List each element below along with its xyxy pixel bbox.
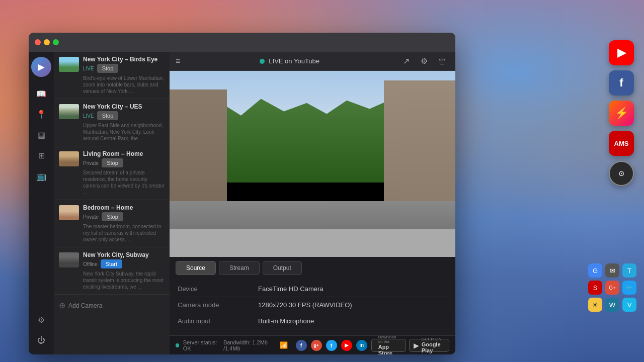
video-scene xyxy=(170,71,455,257)
dock-thunder[interactable]: ⚡ xyxy=(609,101,634,126)
live-indicator-dot xyxy=(260,59,265,64)
br-icon-vimeo[interactable]: V xyxy=(622,298,636,312)
tab-source[interactable]: Source xyxy=(176,261,216,275)
device-row: Device FaceTime HD Camera xyxy=(178,281,447,297)
server-status-dot xyxy=(176,343,179,347)
tabs-area: Source Stream Output xyxy=(170,257,455,275)
bandwidth-text: Bandwidth: 1.2Mb /1.4Mb xyxy=(223,339,276,351)
video-buildings-right xyxy=(384,80,455,220)
googleplay-text: GET IT ON Google Play xyxy=(422,337,445,353)
appstore-small-text: Download on the xyxy=(378,335,401,344)
social-icons-bar: f g+ t ▶ in xyxy=(296,340,367,351)
social-facebook[interactable]: f xyxy=(296,340,307,351)
br-icon-chat[interactable]: ✉ xyxy=(605,263,619,278)
br-icon-sun[interactable]: ☀ xyxy=(588,298,602,312)
camera-item-nyc-birds[interactable]: New York City – Birds Eye LIVE Stop Bird… xyxy=(54,52,170,99)
sidebar-icon-grid[interactable]: ⊞ xyxy=(32,146,50,164)
appstore-badge[interactable]: Download on the App Store xyxy=(371,339,406,352)
settings-icon: ⚙ xyxy=(421,56,428,66)
sidebar-icon-location[interactable]: 📍 xyxy=(32,105,50,123)
video-buildings-left xyxy=(170,89,227,220)
br-icon-s[interactable]: S xyxy=(588,281,602,295)
settings-button[interactable]: ⚙ xyxy=(417,54,431,68)
minimize-button[interactable] xyxy=(44,39,50,45)
camera-header-nyc-ues: New York City – UES LIVE Stop xyxy=(59,103,165,120)
tab-output[interactable]: Output xyxy=(263,261,302,275)
status-label-bedroom: Private xyxy=(83,214,99,220)
store-badges: Download on the App Store ▶ GET IT ON Go… xyxy=(371,339,449,352)
header-left: ≡ xyxy=(176,57,180,66)
device-label: Device xyxy=(178,285,258,293)
server-status-label: Server status: OK xyxy=(183,339,219,351)
delete-button[interactable]: 🗑 xyxy=(435,54,449,68)
camera-desc-nyc-subway: New York City Subway, the rapid transit … xyxy=(59,270,165,290)
add-camera-plus-icon: ⊕ xyxy=(59,301,65,310)
camera-thumb-nyc-subway xyxy=(59,252,79,267)
device-value: FaceTime HD Camera xyxy=(258,285,324,293)
camera-status-bedroom: Private Stop xyxy=(83,212,165,221)
camera-desc-living-room: Secured stream of a private residence, t… xyxy=(59,169,165,196)
close-button[interactable] xyxy=(35,39,41,45)
tab-stream[interactable]: Stream xyxy=(219,261,260,275)
camera-item-nyc-ues[interactable]: New York City – UES LIVE Stop Upper East… xyxy=(54,99,170,146)
dock-youtube[interactable]: ▶ xyxy=(609,40,634,65)
camera-info-living-room: Living Room – Home Private Stop xyxy=(83,150,165,167)
camera-name-nyc-ues: New York City – UES xyxy=(83,103,165,110)
camera-status-nyc-subway: Offline Start xyxy=(83,259,165,268)
status-bar: Server status: OK Bandwidth: 1.2Mb /1.4M… xyxy=(170,335,455,354)
start-button-nyc-subway[interactable]: Start xyxy=(101,259,122,268)
social-googleplus[interactable]: g+ xyxy=(311,340,322,351)
br-icon-twitter[interactable]: 🐦 xyxy=(622,281,636,295)
br-icon-g[interactable]: G xyxy=(588,263,602,278)
camera-name-nyc-subway: New York City, Subway xyxy=(83,251,165,258)
camera-desc-bedroom: The master bedroom, connected to my list… xyxy=(59,223,165,243)
camera-mode-row: Camera mode 644x362 30 FPS (RAWVIDEO) xyxy=(178,297,447,313)
stream-header: ≡ LIVE on YouTube ↗ ⚙ 🗑 xyxy=(170,52,455,71)
camera-desc-nyc-ues: Upper East Side and neighborhood, Manhat… xyxy=(59,122,165,142)
social-linkedin[interactable]: in xyxy=(356,340,367,351)
br-icon-wp[interactable]: W xyxy=(605,298,619,312)
menu-lines-icon[interactable]: ≡ xyxy=(176,57,180,66)
source-info-panel: Device FaceTime HD Camera Camera mode 12… xyxy=(170,275,455,335)
status-label-nyc-birds: LIVE xyxy=(83,66,94,71)
camera-item-bedroom[interactable]: Bedroom – Home Private Stop The master b… xyxy=(54,200,170,247)
icon-sidebar: ▶ 📖 📍 ▦ ⊞ 📺 ⚙ ⏻ xyxy=(29,52,54,354)
video-sidewalk xyxy=(170,229,455,257)
video-preview-area xyxy=(170,71,455,257)
status-label-nyc-ues: LIVE xyxy=(83,113,94,119)
camera-item-living-room[interactable]: Living Room – Home Private Stop Secured … xyxy=(54,146,170,200)
sidebar-icon-book[interactable]: 📖 xyxy=(32,84,50,103)
stop-button-nyc-birds[interactable]: Stop xyxy=(97,64,119,73)
dock-ams[interactable]: AMS xyxy=(609,131,634,156)
trash-icon: 🗑 xyxy=(438,57,446,66)
camera-header-nyc-subway: New York City, Subway Offline Start xyxy=(59,251,165,268)
camera-item-nyc-subway[interactable]: New York City, Subway Offline Start New … xyxy=(54,247,170,295)
share-button[interactable]: ↗ xyxy=(399,54,413,68)
social-youtube[interactable]: ▶ xyxy=(341,340,352,351)
appstore-text: Download on the App Store xyxy=(378,335,401,355)
br-icon-gplus[interactable]: G+ xyxy=(605,281,619,295)
audio-input-row: Audio input Built-in Microphone xyxy=(178,313,447,329)
googleplay-badge[interactable]: ▶ GET IT ON Google Play xyxy=(409,339,449,352)
camera-name-nyc-birds: New York City – Birds Eye xyxy=(83,56,165,63)
camera-thumb-nyc-ues xyxy=(59,104,79,119)
stop-button-nyc-ues[interactable]: Stop xyxy=(97,111,119,120)
maximize-button[interactable] xyxy=(53,39,59,45)
dock-facebook[interactable]: f xyxy=(609,70,634,96)
camera-status-nyc-ues: LIVE Stop xyxy=(83,111,165,120)
sidebar-icon-list[interactable]: ▦ xyxy=(32,126,50,144)
stop-button-bedroom[interactable]: Stop xyxy=(102,212,123,221)
stop-button-living-room[interactable]: Stop xyxy=(102,158,123,167)
add-camera-button[interactable]: ⊕ Add Camera xyxy=(54,295,170,316)
app-logo[interactable]: ▶ xyxy=(31,57,51,77)
title-bar xyxy=(29,33,455,52)
audio-input-label: Audio input xyxy=(178,317,258,325)
camera-list: New York City – Birds Eye LIVE Stop Bird… xyxy=(54,52,170,354)
sidebar-icon-power[interactable]: ⏻ xyxy=(32,331,50,349)
dock-s5[interactable]: ⊙ xyxy=(609,161,634,186)
camera-thumb-nyc-birds xyxy=(59,57,79,72)
sidebar-icon-tv[interactable]: 📺 xyxy=(32,167,50,185)
br-icon-t[interactable]: T xyxy=(622,263,636,278)
sidebar-icon-settings[interactable]: ⚙ xyxy=(32,311,50,329)
social-twitter[interactable]: t xyxy=(326,340,337,351)
